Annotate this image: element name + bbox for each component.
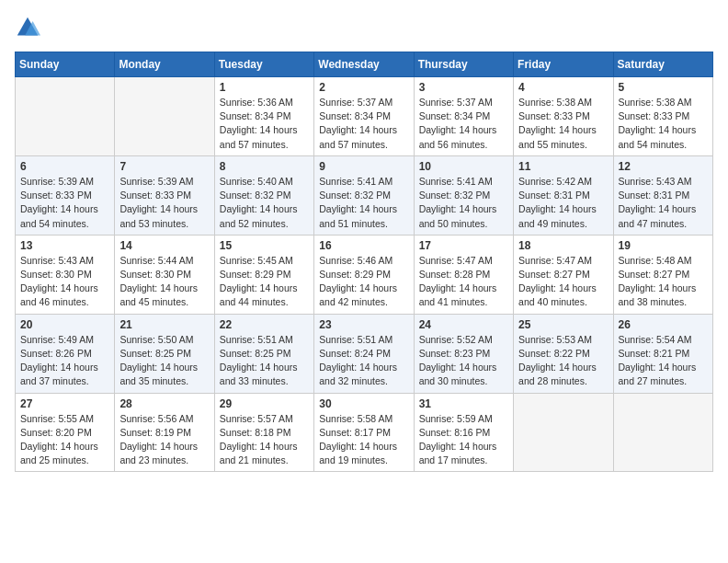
day-cell-22: 22Sunrise: 5:51 AMSunset: 8:25 PMDayligh…: [214, 314, 313, 393]
day-number: 26: [619, 318, 708, 331]
empty-cell: [514, 393, 613, 472]
day-cell-30: 30Sunrise: 5:58 AMSunset: 8:17 PMDayligh…: [314, 393, 414, 472]
day-number: 19: [619, 239, 708, 252]
day-number: 28: [119, 397, 209, 410]
day-number: 1: [220, 81, 309, 94]
day-info: Sunrise: 5:37 AMSunset: 8:34 PMDaylight:…: [319, 96, 408, 152]
day-number: 9: [319, 160, 408, 173]
day-cell-6: 6Sunrise: 5:39 AMSunset: 8:33 PMDaylight…: [16, 155, 115, 235]
day-cell-5: 5Sunrise: 5:38 AMSunset: 8:33 PMDaylight…: [613, 77, 712, 156]
calendar-header-row: SundayMondayTuesdayWednesdayThursdayFrid…: [16, 52, 713, 77]
day-cell-1: 1Sunrise: 5:36 AMSunset: 8:34 PMDaylight…: [214, 77, 313, 156]
day-number: 2: [319, 81, 408, 94]
empty-cell: [613, 393, 712, 472]
day-number: 13: [20, 239, 109, 252]
day-cell-18: 18Sunrise: 5:47 AMSunset: 8:27 PMDayligh…: [514, 235, 613, 314]
day-number: 21: [119, 318, 209, 331]
day-info: Sunrise: 5:58 AMSunset: 8:17 PMDaylight:…: [319, 412, 408, 468]
day-cell-12: 12Sunrise: 5:43 AMSunset: 8:31 PMDayligh…: [613, 155, 712, 235]
day-number: 7: [119, 160, 209, 173]
day-cell-8: 8Sunrise: 5:40 AMSunset: 8:32 PMDaylight…: [214, 155, 313, 235]
day-number: 15: [220, 239, 309, 252]
day-number: 14: [119, 239, 209, 252]
calendar-week-5: 27Sunrise: 5:55 AMSunset: 8:20 PMDayligh…: [16, 393, 713, 472]
day-cell-19: 19Sunrise: 5:48 AMSunset: 8:27 PMDayligh…: [613, 235, 712, 314]
empty-cell: [115, 77, 214, 156]
calendar-week-3: 13Sunrise: 5:43 AMSunset: 8:30 PMDayligh…: [16, 235, 713, 314]
day-info: Sunrise: 5:36 AMSunset: 8:34 PMDaylight:…: [220, 96, 309, 152]
day-info: Sunrise: 5:49 AMSunset: 8:26 PMDaylight:…: [20, 333, 109, 389]
day-info: Sunrise: 5:53 AMSunset: 8:22 PMDaylight:…: [518, 333, 608, 389]
day-cell-25: 25Sunrise: 5:53 AMSunset: 8:22 PMDayligh…: [514, 314, 613, 393]
day-cell-7: 7Sunrise: 5:39 AMSunset: 8:33 PMDaylight…: [115, 155, 214, 235]
day-number: 31: [419, 397, 508, 410]
day-info: Sunrise: 5:59 AMSunset: 8:16 PMDaylight:…: [419, 412, 508, 468]
calendar-table: SundayMondayTuesdayWednesdayThursdayFrid…: [15, 52, 713, 472]
day-info: Sunrise: 5:39 AMSunset: 8:33 PMDaylight:…: [20, 175, 109, 231]
day-cell-4: 4Sunrise: 5:38 AMSunset: 8:33 PMDaylight…: [514, 77, 613, 156]
day-cell-31: 31Sunrise: 5:59 AMSunset: 8:16 PMDayligh…: [414, 393, 513, 472]
day-number: 16: [319, 239, 408, 252]
calendar-week-2: 6Sunrise: 5:39 AMSunset: 8:33 PMDaylight…: [16, 155, 713, 235]
day-info: Sunrise: 5:40 AMSunset: 8:32 PMDaylight:…: [220, 175, 309, 231]
day-info: Sunrise: 5:47 AMSunset: 8:28 PMDaylight:…: [419, 254, 508, 310]
day-info: Sunrise: 5:57 AMSunset: 8:18 PMDaylight:…: [220, 412, 309, 468]
day-cell-13: 13Sunrise: 5:43 AMSunset: 8:30 PMDayligh…: [16, 235, 115, 314]
day-info: Sunrise: 5:51 AMSunset: 8:25 PMDaylight:…: [220, 333, 309, 389]
logo: [15, 15, 44, 40]
day-cell-27: 27Sunrise: 5:55 AMSunset: 8:20 PMDayligh…: [16, 393, 115, 472]
day-info: Sunrise: 5:37 AMSunset: 8:34 PMDaylight:…: [419, 96, 508, 152]
day-cell-9: 9Sunrise: 5:41 AMSunset: 8:32 PMDaylight…: [314, 155, 414, 235]
day-header-sunday: Sunday: [16, 52, 115, 77]
day-number: 27: [20, 397, 109, 410]
day-info: Sunrise: 5:52 AMSunset: 8:23 PMDaylight:…: [419, 333, 508, 389]
day-number: 3: [419, 81, 508, 94]
page-header: [15, 15, 713, 40]
day-number: 11: [518, 160, 608, 173]
day-cell-26: 26Sunrise: 5:54 AMSunset: 8:21 PMDayligh…: [613, 314, 712, 393]
day-cell-10: 10Sunrise: 5:41 AMSunset: 8:32 PMDayligh…: [414, 155, 513, 235]
day-info: Sunrise: 5:56 AMSunset: 8:19 PMDaylight:…: [119, 412, 209, 468]
day-info: Sunrise: 5:48 AMSunset: 8:27 PMDaylight:…: [619, 254, 708, 310]
logo-icon: [15, 15, 40, 40]
day-number: 25: [518, 318, 608, 331]
day-info: Sunrise: 5:41 AMSunset: 8:32 PMDaylight:…: [319, 175, 408, 231]
day-header-thursday: Thursday: [414, 52, 513, 77]
empty-cell: [16, 77, 115, 156]
day-header-tuesday: Tuesday: [214, 52, 313, 77]
day-header-friday: Friday: [514, 52, 613, 77]
day-cell-28: 28Sunrise: 5:56 AMSunset: 8:19 PMDayligh…: [115, 393, 214, 472]
day-cell-20: 20Sunrise: 5:49 AMSunset: 8:26 PMDayligh…: [16, 314, 115, 393]
day-info: Sunrise: 5:54 AMSunset: 8:21 PMDaylight:…: [619, 333, 708, 389]
day-cell-16: 16Sunrise: 5:46 AMSunset: 8:29 PMDayligh…: [314, 235, 414, 314]
day-header-saturday: Saturday: [613, 52, 712, 77]
day-cell-21: 21Sunrise: 5:50 AMSunset: 8:25 PMDayligh…: [115, 314, 214, 393]
day-cell-23: 23Sunrise: 5:51 AMSunset: 8:24 PMDayligh…: [314, 314, 414, 393]
day-number: 18: [518, 239, 608, 252]
day-info: Sunrise: 5:55 AMSunset: 8:20 PMDaylight:…: [20, 412, 109, 468]
day-info: Sunrise: 5:44 AMSunset: 8:30 PMDaylight:…: [119, 254, 209, 310]
day-number: 12: [619, 160, 708, 173]
day-info: Sunrise: 5:45 AMSunset: 8:29 PMDaylight:…: [220, 254, 309, 310]
day-cell-2: 2Sunrise: 5:37 AMSunset: 8:34 PMDaylight…: [314, 77, 414, 156]
day-number: 24: [419, 318, 508, 331]
day-header-monday: Monday: [115, 52, 214, 77]
day-info: Sunrise: 5:43 AMSunset: 8:31 PMDaylight:…: [619, 175, 708, 231]
day-cell-15: 15Sunrise: 5:45 AMSunset: 8:29 PMDayligh…: [214, 235, 313, 314]
day-number: 6: [20, 160, 109, 173]
day-cell-17: 17Sunrise: 5:47 AMSunset: 8:28 PMDayligh…: [414, 235, 513, 314]
day-number: 4: [518, 81, 608, 94]
day-cell-3: 3Sunrise: 5:37 AMSunset: 8:34 PMDaylight…: [414, 77, 513, 156]
calendar-week-1: 1Sunrise: 5:36 AMSunset: 8:34 PMDaylight…: [16, 77, 713, 156]
day-number: 8: [220, 160, 309, 173]
day-info: Sunrise: 5:47 AMSunset: 8:27 PMDaylight:…: [518, 254, 608, 310]
day-header-wednesday: Wednesday: [314, 52, 414, 77]
day-cell-11: 11Sunrise: 5:42 AMSunset: 8:31 PMDayligh…: [514, 155, 613, 235]
day-cell-24: 24Sunrise: 5:52 AMSunset: 8:23 PMDayligh…: [414, 314, 513, 393]
day-number: 29: [220, 397, 309, 410]
day-cell-29: 29Sunrise: 5:57 AMSunset: 8:18 PMDayligh…: [214, 393, 313, 472]
calendar-week-4: 20Sunrise: 5:49 AMSunset: 8:26 PMDayligh…: [16, 314, 713, 393]
day-number: 17: [419, 239, 508, 252]
day-info: Sunrise: 5:38 AMSunset: 8:33 PMDaylight:…: [518, 96, 608, 152]
day-info: Sunrise: 5:39 AMSunset: 8:33 PMDaylight:…: [119, 175, 209, 231]
